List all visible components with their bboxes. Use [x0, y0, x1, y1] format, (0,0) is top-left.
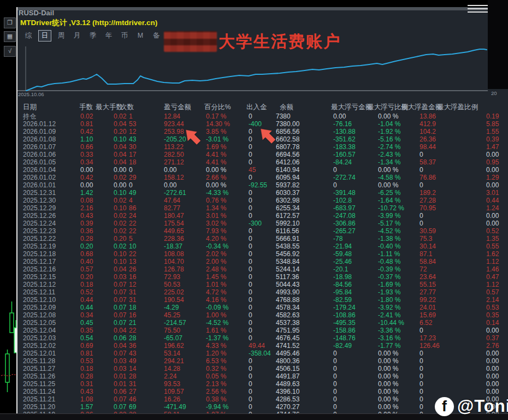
cell: 0.00 %: [378, 365, 398, 372]
cell: 0: [420, 151, 423, 158]
cell: 0.69: [80, 342, 93, 350]
cell: 190.54: [164, 296, 184, 304]
cell: 0: [249, 258, 252, 265]
tab-周[interactable]: 周: [55, 31, 67, 41]
cell: 4495.46: [276, 350, 299, 357]
cell: 0.20: [80, 273, 93, 281]
cell: 24.01: [420, 304, 436, 311]
cell: -214.57: [164, 319, 186, 327]
cell: -65.07: [164, 334, 182, 342]
cell: -1.69 %: [378, 281, 400, 288]
cell: 0.55: [486, 242, 499, 250]
cell: 271.12: [164, 158, 184, 166]
tab-综[interactable]: 综: [22, 31, 34, 41]
cell: 0: [420, 372, 423, 380]
cell: 0.00: [486, 212, 499, 220]
cell: 2.48 %: [206, 265, 226, 273]
cell: 6030.37: [276, 189, 299, 197]
cell: 4: [129, 197, 133, 204]
cell: 1.34 %: [206, 204, 226, 212]
cell: 2025.12.09: [23, 304, 56, 311]
panel-title: MTDriver统计 ,V3.12 (http://mtdriver.cn): [20, 18, 157, 28]
cell: 0: [249, 311, 252, 319]
cell: 0.04: [114, 143, 126, 151]
cell: -0.40 %: [378, 242, 400, 250]
cell: 2025.12.10: [23, 296, 56, 304]
table-row: 2025.11.270.180.031414.280.32 %04506.150…: [17, 365, 508, 372]
cell: -9.94 %: [206, 403, 228, 411]
cell: 0.04: [114, 265, 126, 273]
cell: 0: [420, 403, 423, 411]
cell: 158.12: [164, 174, 184, 181]
cell: -0.48 %: [378, 258, 400, 265]
daily-stats-table: 持仓0.020.02112.840.17 %073800.000.00 %13.…: [17, 113, 508, 413]
bottom-strip: [0, 413, 508, 420]
cell: 17.23: [420, 334, 436, 342]
cell: 14.30 %: [206, 120, 230, 128]
cell: 2025.12.23: [23, 227, 56, 235]
cell: 0: [129, 181, 133, 189]
cell: 6602.58: [276, 135, 299, 143]
cell: -1.92 %: [378, 128, 400, 135]
cell: 4578.34: [276, 304, 299, 311]
cell: 1.01 %: [206, 281, 226, 288]
cell: 113.22: [164, 143, 184, 151]
cell: 4489.63: [276, 380, 299, 388]
cell: -148.76: [333, 334, 356, 342]
cell: -5.17 %: [378, 220, 400, 227]
cell: 0.07: [114, 350, 126, 357]
cell: 0: [249, 334, 252, 342]
cell: 282.50: [164, 151, 184, 158]
restore-window-icon[interactable]: ❐: [4, 17, 16, 28]
cell: -495.35: [333, 319, 356, 327]
checkmark-icon[interactable]: √: [4, 46, 16, 57]
cell: 0.20: [114, 128, 126, 135]
cell: 0.01: [114, 380, 126, 388]
cell: 0.44: [486, 197, 499, 204]
cell: 18: [129, 158, 136, 166]
cell: 0: [249, 151, 252, 158]
cell: 0.42: [80, 128, 93, 135]
cell: 0.06: [114, 334, 126, 342]
chart-template-icon[interactable]: ▦: [4, 31, 16, 42]
cell: 14: [129, 365, 136, 372]
cell: 2.16: [80, 204, 93, 212]
cell: 175.54: [164, 220, 184, 227]
cell: -1.34 %: [378, 158, 400, 166]
tab-M[interactable]: M: [134, 31, 146, 40]
tab-年[interactable]: 年: [103, 31, 115, 41]
equity-curve: [26, 49, 487, 91]
cell: 4.16 %: [206, 296, 226, 304]
cell: 46: [129, 395, 136, 403]
cell: 2025.11.26: [23, 372, 55, 380]
cell: 0: [129, 166, 133, 174]
cell: 0.00: [114, 166, 126, 174]
cell: 53: [129, 120, 136, 128]
table-row: 2025.11.240.430.0627109.572.56 %04396.10…: [17, 388, 508, 395]
cell: 0.39: [80, 220, 93, 227]
tab-月[interactable]: 月: [71, 31, 83, 41]
cell: -1.93 %: [378, 288, 400, 296]
tab-日[interactable]: 日: [38, 30, 51, 42]
table-row: 2025.12.110.520.0731225.024.72 %04993.90…: [17, 288, 508, 296]
cell: 2025.11.27: [23, 365, 55, 372]
tab-币[interactable]: 币: [119, 31, 131, 41]
cell: 0.68: [80, 250, 93, 258]
cell: 0: [249, 365, 252, 372]
cell: -4.52 %: [378, 227, 400, 235]
cell: 86: [129, 204, 136, 212]
cell: 72.93: [164, 273, 180, 281]
cell: 0.20: [114, 235, 126, 242]
cell: 14.28: [164, 365, 180, 372]
cell: 0: [333, 357, 337, 365]
cell: 2.13 %: [206, 380, 226, 388]
cell: 0: [249, 189, 252, 197]
tab-季[interactable]: 季: [87, 31, 99, 41]
cell: -92.55: [249, 181, 267, 189]
cell: 0.02: [114, 113, 126, 120]
cell: -82.49: [333, 342, 352, 350]
tab-备[interactable]: 备: [150, 31, 162, 41]
cell: 0.04: [114, 342, 126, 350]
cell: 0: [420, 327, 423, 334]
cell: 0: [420, 212, 423, 220]
